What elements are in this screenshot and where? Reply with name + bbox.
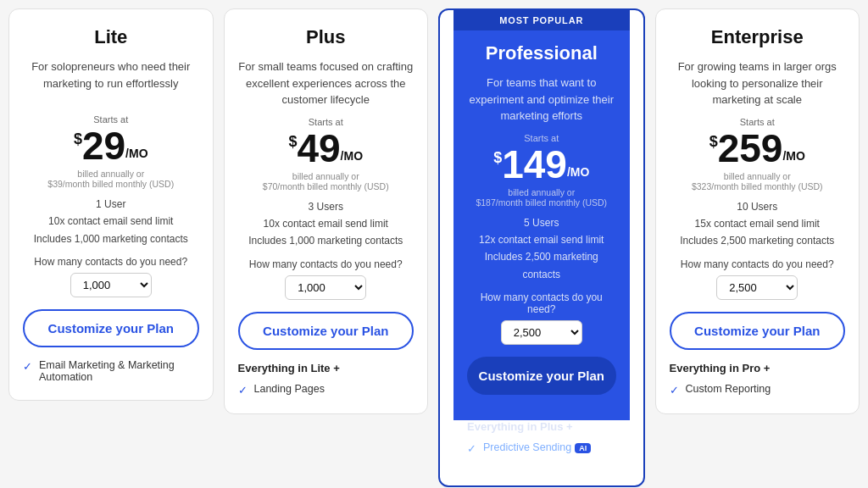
- contacts-input-professional: 2,5005,00010,00025,00050,000: [467, 320, 616, 345]
- feature-item: ✓ Custom Reporting: [670, 383, 846, 396]
- contacts-select-plus[interactable]: 1,0002,5005,00010,00025,00050,000: [285, 275, 366, 300]
- price-amount-professional: 149: [502, 145, 567, 184]
- price-amount-plus: 49: [297, 129, 340, 168]
- plan-card-professional: MOST POPULAR Professional For teams that…: [438, 8, 645, 487]
- price-mo-enterprise: /MO: [782, 149, 804, 163]
- feature-text: Predictive SendingAI: [483, 441, 591, 453]
- check-icon: ✓: [23, 360, 32, 373]
- plan-card-enterprise: Enterprise For growing teams in larger o…: [655, 8, 860, 414]
- predictive-sending-link[interactable]: Predictive Sending: [483, 441, 571, 453]
- feature-text: Landing Pages: [254, 383, 325, 395]
- billed-note-lite: billed annually or$39/month billed month…: [23, 169, 199, 189]
- price-amount-lite: 29: [82, 126, 125, 165]
- price-mo-lite: /MO: [125, 147, 147, 160]
- starts-at-professional: Starts at: [467, 133, 616, 143]
- plan-desc-lite: For solopreneurs who need their marketin…: [23, 58, 199, 106]
- pricing-section-plus: Starts at $ 49 /MO: [238, 117, 415, 168]
- everything-in-professional: Everything in Plus +: [467, 420, 616, 433]
- price-dollar-professional: $: [493, 150, 502, 165]
- feature-item: ✓ Email Marketing & Marketing Automation: [23, 359, 199, 383]
- ai-badge: AI: [575, 443, 591, 453]
- price-dollar-enterprise: $: [709, 134, 718, 149]
- plan-features-professional: 5 Users12x contact email send limitInclu…: [467, 214, 616, 284]
- feature-item: ✓ Landing Pages: [238, 383, 415, 396]
- price-dollar-plus: $: [288, 134, 297, 149]
- price-mo-professional: /MO: [567, 165, 589, 179]
- popular-body: Everything in Plus + ✓ Predictive Sendin…: [453, 420, 630, 472]
- contacts-select-enterprise[interactable]: 2,5005,00010,00025,00050,000: [716, 275, 798, 300]
- contacts-select-lite[interactable]: 1,0002,5005,00010,00025,00050,000: [70, 273, 152, 297]
- plan-card-lite: Lite For solopreneurs who need their mar…: [8, 8, 214, 401]
- plan-card-plus: Plus For small teams focused on crafting…: [224, 8, 429, 414]
- customize-btn-plus[interactable]: Customize your Plan: [238, 312, 415, 350]
- pricing-section-professional: Starts at $ 149 /MO: [467, 133, 616, 184]
- plan-features-plus: 3 Users10x contact email send limitInclu…: [238, 198, 415, 250]
- most-popular-badge: MOST POPULAR: [453, 10, 630, 30]
- price-dollar-lite: $: [74, 131, 82, 147]
- plan-name-professional: Professional: [467, 42, 616, 64]
- pricing-section-lite: Starts at $ 29 /MO: [23, 114, 199, 165]
- contacts-input-lite: 1,0002,5005,00010,00025,00050,000: [23, 273, 199, 297]
- price-row-lite: $ 29 /MO: [23, 126, 199, 165]
- billed-note-professional: billed annually or$187/month billed mont…: [467, 187, 616, 208]
- plan-name-enterprise: Enterprise: [670, 26, 846, 48]
- check-icon: ✓: [238, 384, 248, 396]
- price-row-enterprise: $ 259 /MO: [670, 129, 846, 168]
- plan-desc-professional: For teams that want to experiment and op…: [467, 75, 616, 125]
- starts-at-enterprise: Starts at: [670, 117, 846, 127]
- customize-btn-professional[interactable]: Customize your Plan: [467, 357, 616, 395]
- pricing-container: Lite For solopreneurs who need their mar…: [8, 8, 860, 487]
- check-icon: ✓: [670, 384, 679, 396]
- contacts-label-professional: How many contacts do you need?: [467, 291, 616, 315]
- plan-desc-enterprise: For growing teams in larger orgs looking…: [670, 58, 846, 108]
- contacts-label-lite: How many contacts do you need?: [23, 256, 199, 268]
- plan-name-lite: Lite: [23, 26, 199, 48]
- billed-note-plus: billed annually or$70/month billed month…: [238, 171, 415, 191]
- customize-btn-lite[interactable]: Customize your Plan: [23, 309, 199, 347]
- contacts-input-enterprise: 2,5005,00010,00025,00050,000: [670, 275, 846, 300]
- price-amount-enterprise: 259: [718, 129, 783, 168]
- customize-btn-enterprise[interactable]: Customize your Plan: [670, 312, 846, 350]
- feature-text: Email Marketing & Marketing Automation: [39, 359, 199, 383]
- plan-name-plus: Plus: [238, 26, 415, 48]
- price-row-professional: $ 149 /MO: [467, 145, 616, 184]
- price-mo-plus: /MO: [341, 149, 363, 163]
- price-row-plus: $ 49 /MO: [238, 129, 415, 168]
- plan-desc-plus: For small teams focused on crafting exce…: [238, 58, 415, 108]
- plan-features-enterprise: 10 Users15x contact email send limitIncl…: [670, 198, 846, 250]
- contacts-label-plus: How many contacts do you need?: [238, 258, 415, 270]
- popular-header: Professional For teams that want to expe…: [453, 30, 630, 420]
- pricing-section-enterprise: Starts at $ 259 /MO: [670, 117, 846, 168]
- contacts-select-professional[interactable]: 2,5005,00010,00025,00050,000: [501, 320, 582, 345]
- everything-in-enterprise: Everything in Pro +: [670, 362, 846, 374]
- contacts-label-enterprise: How many contacts do you need?: [670, 258, 846, 270]
- check-icon: ✓: [467, 442, 476, 455]
- everything-in-plus: Everything in Lite +: [238, 362, 415, 374]
- starts-at-plus: Starts at: [238, 117, 415, 127]
- billed-note-enterprise: billed annually or$323/month billed mont…: [670, 171, 846, 191]
- feature-text: Custom Reporting: [686, 383, 771, 395]
- plan-features-lite: 1 User10x contact email send limitInclud…: [23, 196, 199, 247]
- feature-item: ✓ Predictive SendingAI: [467, 441, 616, 455]
- contacts-input-plus: 1,0002,5005,00010,00025,00050,000: [238, 275, 415, 300]
